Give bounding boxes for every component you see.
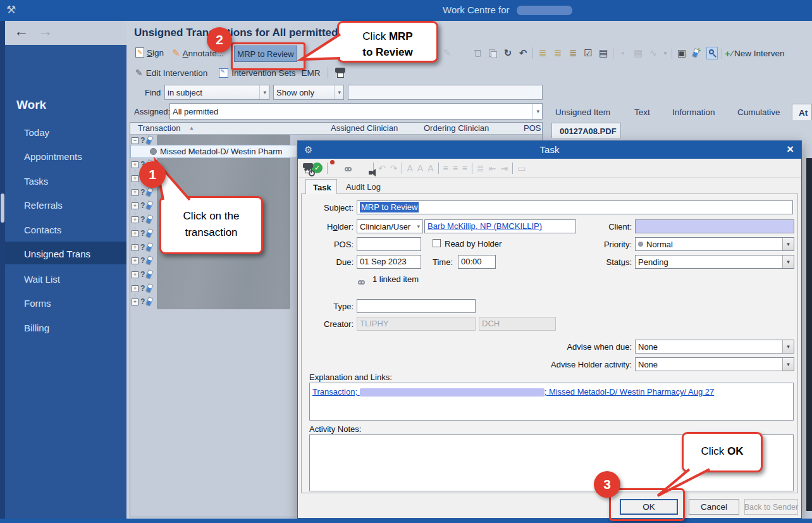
tab-unsigned-item[interactable]: Unsigned Item — [555, 108, 610, 117]
chart-dropdown-icon[interactable]: ▾ — [663, 47, 668, 59]
tree-row[interactable]: +? — [132, 269, 152, 280]
search-icon[interactable] — [706, 47, 718, 59]
close-icon[interactable]: × — [787, 142, 794, 156]
table-icon[interactable]: ▦ — [632, 47, 644, 59]
cancel-button[interactable]: Cancel — [689, 499, 739, 515]
type-field[interactable] — [357, 299, 476, 313]
copy-view-icon[interactable]: ▣ — [676, 47, 687, 59]
expand-icon[interactable]: + — [132, 189, 138, 196]
holder-name-link[interactable]: Barb McKillip, NP (BMCKILLIP) — [428, 221, 542, 231]
time-field[interactable]: 00:00 — [458, 255, 496, 269]
expand-icon[interactable]: + — [132, 216, 138, 223]
selected-transaction-row[interactable]: Missed Metadol-D/ Westin Pharm — [130, 145, 297, 158]
reassign-person-icon[interactable] — [332, 162, 340, 174]
read-by-holder-checkbox[interactable] — [433, 239, 441, 247]
priority-select[interactable]: Normal ▾ — [635, 237, 794, 251]
column-pos[interactable]: POS — [524, 123, 541, 133]
tools-icon[interactable]: ⚒ — [6, 3, 16, 16]
find-text-input[interactable] — [348, 85, 543, 100]
back-arrow-icon[interactable]: ← — [14, 23, 28, 40]
font-smaller-icon[interactable]: A — [407, 163, 412, 173]
checklist-icon[interactable]: ☑ — [582, 47, 594, 59]
assigned-select[interactable]: All permitted▾ — [169, 103, 543, 120]
sidebar-item-appointments[interactable]: Appointments — [24, 151, 82, 162]
sidebar-item-today[interactable]: Today — [24, 127, 49, 138]
dialog-titlebar[interactable]: ⚙ Task × — [298, 141, 801, 159]
back-to-sender-button[interactable]: Back to Sender — [744, 499, 798, 515]
pos-field[interactable] — [357, 237, 421, 251]
bullet-list-icon[interactable]: ≣ — [477, 163, 484, 173]
expand-icon[interactable]: + — [132, 298, 138, 305]
new-intervention-button[interactable]: + ∕ New Interven — [725, 48, 812, 59]
align-left-icon[interactable]: ≡ — [443, 163, 448, 173]
refresh-icon[interactable]: ↻ — [502, 47, 514, 59]
dialog-tab-audit-log[interactable]: Audit Log — [346, 182, 381, 192]
paste-icon[interactable] — [487, 47, 498, 59]
holder-type-select[interactable]: Clinician/User▾ — [357, 219, 423, 233]
scrollbar-thumb[interactable] — [1, 194, 4, 223]
advise-when-due-select[interactable]: None▾ — [635, 340, 794, 354]
expand-icon[interactable]: + — [132, 244, 138, 251]
tree-row[interactable]: +? — [132, 187, 152, 197]
align-center-icon[interactable]: ≡ — [453, 163, 458, 173]
font-larger-icon[interactable]: A — [417, 163, 423, 173]
document-icon[interactable]: ▤ — [598, 47, 609, 59]
indent-icon[interactable]: ⇥ — [500, 163, 508, 173]
pencil-icon[interactable]: ✎ — [441, 47, 453, 59]
field-icon[interactable]: ▭ — [517, 163, 526, 173]
column-ordering-clinician[interactable]: Ordering Clinician — [424, 123, 489, 133]
tab-attached[interactable]: At — [792, 104, 812, 120]
link-icon[interactable] — [345, 163, 352, 174]
tab-text[interactable]: Text — [634, 108, 650, 117]
outdent-icon[interactable]: ⇤ — [489, 163, 496, 173]
tree-row[interactable]: +? — [132, 200, 152, 211]
assign-person-icon[interactable] — [457, 47, 468, 59]
collapse-icon[interactable]: − — [132, 137, 138, 144]
undo-icon[interactable]: ↶ — [517, 47, 529, 59]
sidebar-item-referrals[interactable]: Referrals — [24, 200, 63, 211]
record-icon[interactable]: ● — [617, 47, 629, 59]
undo-icon[interactable]: ↶ — [378, 163, 386, 173]
sidebar-item-wait-list[interactable]: Wait List — [24, 274, 60, 285]
expand-icon[interactable]: + — [132, 175, 138, 182]
redo-icon[interactable]: ↷ — [390, 163, 398, 173]
sidebar-item-billing[interactable]: Billing — [24, 323, 49, 333]
tree-row[interactable]: +? — [132, 283, 152, 293]
holder-name-field[interactable]: Barb McKillip, NP (BMCKILLIP) — [424, 219, 576, 233]
font-reset-icon[interactable]: A — [428, 163, 433, 173]
expand-icon[interactable]: + — [132, 230, 138, 237]
find-mode-select[interactable]: Show only▾ — [273, 85, 344, 100]
tree-row[interactable]: +? — [132, 214, 152, 225]
tree-row[interactable]: +? — [132, 297, 152, 307]
subject-field[interactable]: MRP to Review — [357, 200, 793, 214]
dialog-tab-task[interactable]: Task — [305, 179, 337, 194]
lab-test-icon[interactable]: + — [691, 47, 703, 59]
expand-icon[interactable]: + — [132, 285, 138, 292]
linked-item-text[interactable]: 1 linked item — [372, 274, 419, 284]
tab-information[interactable]: Information — [672, 108, 715, 117]
tree-row[interactable]: +? — [132, 242, 152, 252]
sidebar-item-tasks[interactable]: Tasks — [24, 176, 48, 187]
tree-row[interactable]: +? — [132, 255, 152, 266]
expand-icon[interactable]: + — [132, 271, 138, 278]
expand-icon[interactable]: + — [132, 257, 138, 264]
tree-row-parent[interactable]: − ? — [132, 135, 152, 145]
transaction-link[interactable]: Transaction; ; Missed Metadol-D/ Westin … — [312, 387, 714, 397]
attachment-tab[interactable]: 00127A08.PDF — [551, 123, 621, 138]
column-transaction[interactable]: Transaction — [138, 123, 180, 133]
explanation-box[interactable]: Transaction; ; Missed Metadol-D/ Westin … — [309, 383, 794, 421]
tree-view-icon[interactable]: ≣ — [537, 47, 548, 59]
sign-button[interactable]: ✎ Sign — [135, 47, 164, 58]
forward-arrow-icon[interactable]: → — [38, 23, 52, 40]
tab-cumulative[interactable]: Cumulative — [737, 108, 780, 117]
advise-holder-activity-select[interactable]: None▾ — [635, 357, 794, 371]
delete-icon[interactable] — [472, 47, 483, 59]
expand-icon[interactable]: + — [132, 161, 138, 168]
due-field[interactable]: 01 Sep 2023 — [357, 255, 421, 269]
expand-icon[interactable]: + — [132, 202, 138, 209]
sidebar-item-contacts[interactable]: Contacts — [24, 225, 61, 235]
status-select[interactable]: Pending ▾ — [635, 255, 794, 269]
find-scope-select[interactable]: in subject▾ — [164, 85, 269, 100]
chart-icon[interactable]: ∿ — [648, 47, 659, 59]
column-assigned-clinician[interactable]: Assigned Clinician — [331, 123, 398, 133]
